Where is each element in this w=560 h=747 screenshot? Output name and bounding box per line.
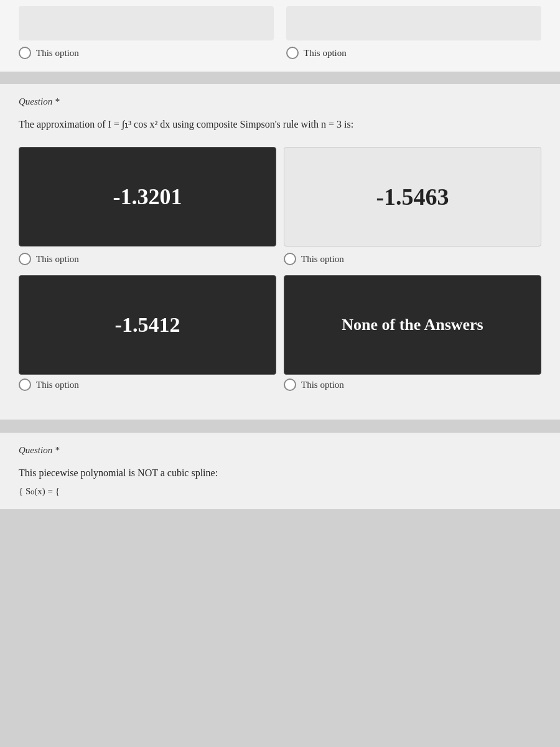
radio-circle-b[interactable] <box>284 253 296 265</box>
top-previous-question: This option This option <box>0 0 560 72</box>
top-option-left-label: This option <box>36 48 79 59</box>
divider-1 <box>0 78 560 84</box>
radio-circle-d[interactable] <box>284 378 296 391</box>
answer-value-b: -1.5463 <box>376 183 449 210</box>
question1-label: Question * <box>19 96 541 107</box>
divider-2 <box>0 420 560 426</box>
answer-card-d: None of the Answers <box>284 275 541 375</box>
question1-text-content: The approximation of I = ∫₁³ cos x² dx u… <box>19 119 353 129</box>
question1-text: The approximation of I = ∫₁³ cos x² dx u… <box>19 117 541 132</box>
question1-section: Question * The approximation of I = ∫₁³ … <box>0 84 560 420</box>
options-row-top: This option This option <box>19 251 541 273</box>
top-option-left: This option <box>19 6 274 59</box>
option-label-c: This option <box>36 380 79 390</box>
answer-card-a: -1.3201 <box>19 147 276 247</box>
formula-content: { S₀(x) = { <box>19 486 60 496</box>
answer-value-a: -1.3201 <box>113 184 182 210</box>
radio-circle-c[interactable] <box>19 378 31 391</box>
question2-section: Question * This piecewise polynomial is … <box>0 432 560 509</box>
top-option-right-label: This option <box>304 48 347 59</box>
option-item-b[interactable]: This option <box>284 251 541 273</box>
question2-formula: { S₀(x) = { <box>19 486 541 497</box>
answer-grid-top: -1.3201 -1.5463 <box>19 147 541 247</box>
top-option-right: This option <box>286 6 541 59</box>
question2-label: Question * <box>19 445 541 456</box>
question2-text: This piecewise polynomial is NOT a cubic… <box>19 466 541 481</box>
radio-circle-top-right[interactable] <box>286 47 299 59</box>
option-item-c[interactable]: This option <box>19 377 276 398</box>
radio-circle-top-left[interactable] <box>19 47 31 59</box>
option-label-b: This option <box>301 254 344 265</box>
option-item-d[interactable]: This option <box>284 377 541 398</box>
radio-circle-a[interactable] <box>19 253 31 265</box>
answer-value-c: -1.5412 <box>115 313 180 337</box>
top-radio-right[interactable]: This option <box>286 47 541 59</box>
answer-card-b: -1.5463 <box>284 147 541 247</box>
options-row-bottom: This option This option <box>19 377 541 398</box>
top-options-row: This option This option <box>19 6 541 59</box>
answer-card-c: -1.5412 <box>19 275 276 375</box>
answer-grid-bottom: -1.5412 None of the Answers <box>19 275 541 375</box>
answer-value-d: None of the Answers <box>335 309 490 341</box>
option-label-d: This option <box>301 380 344 390</box>
option-label-a: This option <box>36 254 79 265</box>
option-item-a[interactable]: This option <box>19 251 276 273</box>
top-image-left <box>19 6 274 40</box>
top-radio-left[interactable]: This option <box>19 47 274 59</box>
top-image-right <box>286 6 541 40</box>
question2-text-content: This piecewise polynomial is NOT a cubic… <box>19 467 218 478</box>
